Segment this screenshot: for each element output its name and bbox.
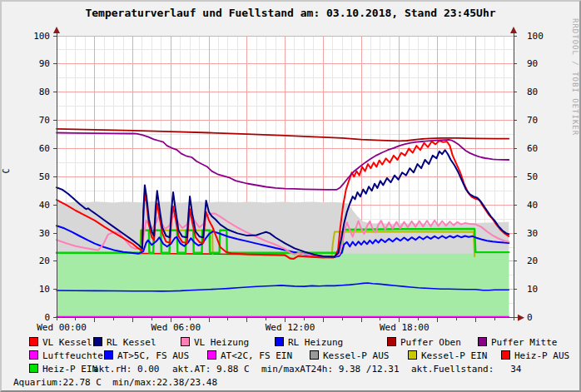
y2-tick-label: 20 xyxy=(527,256,538,266)
y2-tick-label: 0 xyxy=(527,312,533,323)
x-tick-label: Wed 12:00 xyxy=(266,322,315,333)
x-tick-label: Wed 18:00 xyxy=(380,322,430,333)
y2-tick-label: 10 xyxy=(527,284,538,295)
x-tick-label: Wed 00:00 xyxy=(37,322,87,333)
y2-tick-label: 90 xyxy=(527,58,538,69)
y-tick-label: 40 xyxy=(39,200,50,211)
y2-tick-label: 50 xyxy=(527,171,538,182)
y-tick-label: 60 xyxy=(39,143,50,154)
x-tick-label: Wed 06:00 xyxy=(151,322,201,333)
y2-tick-label: 30 xyxy=(527,228,538,239)
y-tick-label: 10 xyxy=(39,284,50,295)
x-axis-arrow xyxy=(518,315,524,321)
y-tick-label: 80 xyxy=(39,87,50,97)
y2-tick-label: 100 xyxy=(527,31,544,42)
y-tick-label: 20 xyxy=(39,256,50,266)
y2-tick-label: 40 xyxy=(527,200,538,211)
y-tick-label: 70 xyxy=(39,115,50,126)
y2-tick-label: 80 xyxy=(527,87,538,97)
y-tick-label: 90 xyxy=(39,58,50,69)
y-axis-arrow xyxy=(53,27,60,33)
rrd-graph-image: Temperaturverlauf und Fuellstand am: 03.… xyxy=(0,0,581,392)
y2-axis-arrow xyxy=(510,27,517,33)
y2-tick-label: 60 xyxy=(527,143,538,154)
plot-area: 0010102020303040405050606070708080909010… xyxy=(2,2,579,390)
y-tick-label: 50 xyxy=(39,171,50,182)
y2-tick-label: 70 xyxy=(527,115,538,126)
y-tick-label: 30 xyxy=(39,228,50,239)
y-tick-label: 100 xyxy=(33,31,50,42)
